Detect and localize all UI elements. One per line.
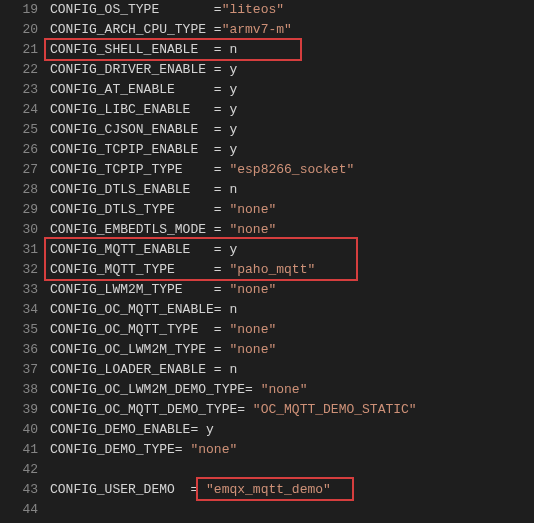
code-line[interactable]: CONFIG_OS_TYPE ="liteos" (50, 0, 534, 20)
code-line[interactable]: CONFIG_LOADER_ENABLE = n (50, 360, 534, 380)
line-number: 34 (0, 300, 38, 320)
code-area[interactable]: CONFIG_OS_TYPE ="liteos"CONFIG_ARCH_CPU_… (50, 0, 534, 520)
line-number: 40 (0, 420, 38, 440)
code-line[interactable]: CONFIG_AT_ENABLE = y (50, 80, 534, 100)
code-line[interactable] (50, 500, 534, 520)
code-editor[interactable]: 1920212223242526272829303132333435363738… (0, 0, 534, 520)
line-number: 26 (0, 140, 38, 160)
code-line[interactable]: CONFIG_OC_LWM2M_TYPE = "none" (50, 340, 534, 360)
line-number: 22 (0, 60, 38, 80)
code-line[interactable]: CONFIG_TCPIP_ENABLE = y (50, 140, 534, 160)
line-number: 41 (0, 440, 38, 460)
line-number: 38 (0, 380, 38, 400)
code-line[interactable]: CONFIG_CJSON_ENABLE = y (50, 120, 534, 140)
line-number: 36 (0, 340, 38, 360)
line-number: 29 (0, 200, 38, 220)
code-line[interactable]: CONFIG_ARCH_CPU_TYPE ="armv7-m" (50, 20, 534, 40)
line-number: 23 (0, 80, 38, 100)
code-line[interactable]: CONFIG_DTLS_TYPE = "none" (50, 200, 534, 220)
code-line[interactable]: CONFIG_SHELL_ENABLE = n (50, 40, 534, 60)
line-number-gutter: 1920212223242526272829303132333435363738… (0, 0, 50, 520)
code-line[interactable]: CONFIG_MQTT_TYPE = "paho_mqtt" (50, 260, 534, 280)
line-number: 43 (0, 480, 38, 500)
code-line[interactable]: CONFIG_LIBC_ENABLE = y (50, 100, 534, 120)
code-line[interactable]: CONFIG_DRIVER_ENABLE = y (50, 60, 534, 80)
code-line[interactable] (50, 460, 534, 480)
line-number: 19 (0, 0, 38, 20)
line-number: 30 (0, 220, 38, 240)
code-line[interactable]: CONFIG_OC_MQTT_TYPE = "none" (50, 320, 534, 340)
code-line[interactable]: CONFIG_DEMO_ENABLE= y (50, 420, 534, 440)
line-number: 21 (0, 40, 38, 60)
line-number: 39 (0, 400, 38, 420)
code-line[interactable]: CONFIG_EMBEDTLS_MODE = "none" (50, 220, 534, 240)
code-line[interactable]: CONFIG_DTLS_ENABLE = n (50, 180, 534, 200)
code-line[interactable]: CONFIG_OC_MQTT_ENABLE= n (50, 300, 534, 320)
code-line[interactable]: CONFIG_USER_DEMO = "emqx_mqtt_demo" (50, 480, 534, 500)
code-line[interactable]: CONFIG_OC_MQTT_DEMO_TYPE= "OC_MQTT_DEMO_… (50, 400, 534, 420)
line-number: 32 (0, 260, 38, 280)
line-number: 42 (0, 460, 38, 480)
line-number: 37 (0, 360, 38, 380)
line-number: 24 (0, 100, 38, 120)
code-line[interactable]: CONFIG_LWM2M_TYPE = "none" (50, 280, 534, 300)
line-number: 20 (0, 20, 38, 40)
line-number: 31 (0, 240, 38, 260)
line-number: 33 (0, 280, 38, 300)
code-line[interactable]: CONFIG_TCPIP_TYPE = "esp8266_socket" (50, 160, 534, 180)
line-number: 44 (0, 500, 38, 520)
code-line[interactable]: CONFIG_DEMO_TYPE= "none" (50, 440, 534, 460)
line-number: 25 (0, 120, 38, 140)
line-number: 27 (0, 160, 38, 180)
code-line[interactable]: CONFIG_MQTT_ENABLE = y (50, 240, 534, 260)
line-number: 28 (0, 180, 38, 200)
line-number: 35 (0, 320, 38, 340)
code-line[interactable]: CONFIG_OC_LWM2M_DEMO_TYPE= "none" (50, 380, 534, 400)
